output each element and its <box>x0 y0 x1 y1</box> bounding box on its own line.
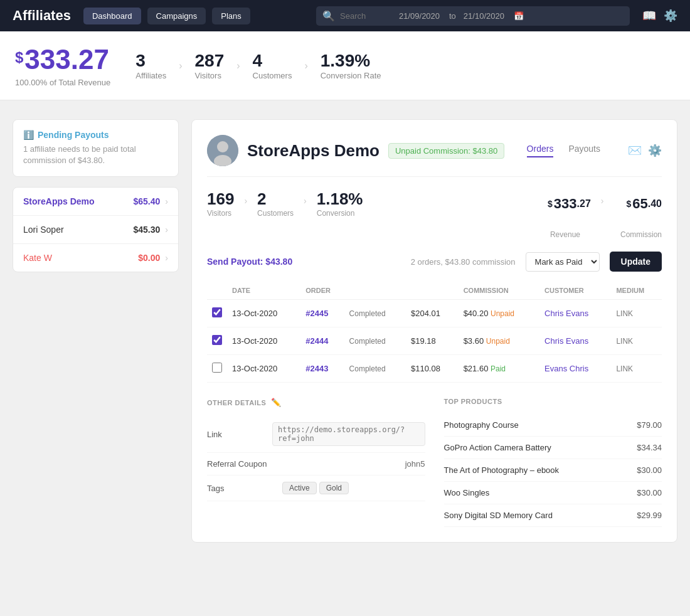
row-date-0: 13-Oct-2020 <box>227 300 300 327</box>
row-commission-1: $3.60 Unpaid <box>459 327 539 355</box>
email-icon[interactable]: ✉️ <box>628 144 642 157</box>
edit-icon[interactable]: ✏️ <box>271 398 282 407</box>
tag-gold[interactable]: Gold <box>319 482 349 494</box>
svg-point-1 <box>217 141 228 152</box>
revenue-mini-int: 333 <box>554 196 577 212</box>
date-from-input[interactable] <box>395 9 445 23</box>
row-customer-0[interactable]: Chris Evans <box>539 300 611 327</box>
tag-active[interactable]: Active <box>282 482 317 494</box>
search-input[interactable] <box>340 11 390 21</box>
visitors-value: 287 <box>195 51 225 71</box>
product-row: Woo Singles $30.00 <box>444 482 662 504</box>
search-icon: 🔍 <box>322 10 335 22</box>
row-checkbox-0[interactable] <box>207 300 227 327</box>
row-medium-0: LINK <box>611 300 662 327</box>
calendar-icon[interactable]: 📅 <box>514 11 524 21</box>
affiliate-amount-1: $45.30 <box>134 225 161 235</box>
row-status-2: Completed <box>344 355 406 383</box>
product-name-2: The Art of Photography – ebook <box>444 465 637 475</box>
bottom-section: OTHER DETAILS ✏️ Link https://demo.store… <box>207 398 662 527</box>
mini-stat-conversion: 1.18% Conversion <box>317 189 363 218</box>
row-amount-2: $110.08 <box>406 355 459 383</box>
update-button[interactable]: Update <box>610 252 662 272</box>
search-area: 🔍 to 📅 <box>316 6 630 26</box>
tab-payouts[interactable]: Payouts <box>568 144 600 157</box>
orders-info: 2 orders, $43.80 commission <box>411 257 516 267</box>
row-order-id-2[interactable]: #2443 <box>300 355 344 383</box>
chevron-right-icon-1: › <box>165 225 168 235</box>
date-to-input[interactable] <box>460 9 510 23</box>
send-payout-link[interactable]: Send Payout: $43.80 <box>207 257 292 267</box>
affiliate-name-1: Lori Soper <box>23 225 134 235</box>
product-name-0: Photography Course <box>444 420 637 430</box>
affiliate-amount-2: $0.00 <box>138 253 160 263</box>
table-row: 13-Oct-2020 #2443 Completed $110.08 $21.… <box>207 355 662 383</box>
mini-visitors-label: Visitors <box>207 209 234 218</box>
affiliate-item-0[interactable]: StoreApps Demo $65.40 › <box>13 188 178 216</box>
detail-label-link: Link <box>207 430 272 439</box>
mini-stats: 169 Visitors › 2 Customers › 1.18% Conve… <box>207 189 662 218</box>
mini-visitors-value: 169 <box>207 189 234 209</box>
mini-arrow-3: › <box>601 196 604 212</box>
table-row: 13-Oct-2020 #2445 Completed $204.01 $40.… <box>207 300 662 327</box>
conversion-value: 1.39% <box>321 51 381 71</box>
customers-label: Customers <box>253 71 292 80</box>
product-name-4: Sony Digital SD Memory Card <box>444 511 637 520</box>
metric-affiliates: 3 Affiliates <box>135 51 166 80</box>
pending-sub: 1 affiliate needs to be paid total commi… <box>23 144 168 166</box>
visitors-label: Visitors <box>195 71 225 80</box>
row-order-id-1[interactable]: #2444 <box>300 327 344 355</box>
mark-paid-select[interactable]: Mark as Paid <box>526 252 600 272</box>
row-customer-1[interactable]: Chris Evans <box>539 327 611 355</box>
affiliate-detail-name: StoreApps Demo <box>247 141 380 161</box>
row-checkbox-2[interactable] <box>207 355 227 383</box>
date-to-label: to <box>449 11 456 21</box>
metric-customers: 4 Customers <box>253 51 292 80</box>
row-amount-1: $19.18 <box>406 327 459 355</box>
affiliate-header: StoreApps Demo Unpaid Commission: $43.80… <box>207 135 662 177</box>
affiliate-amount-0: $65.40 <box>134 196 161 206</box>
revenue-sub: 100.00% of Total Revenue <box>15 78 110 87</box>
settings-gear-icon[interactable]: ⚙️ <box>648 144 662 157</box>
avatar <box>207 135 238 166</box>
row-checkbox-1[interactable] <box>207 327 227 355</box>
mini-arrow-1: › <box>244 196 247 212</box>
affiliate-item-1[interactable]: Lori Soper $45.30 › <box>13 216 178 244</box>
app-title: Affiliates <box>13 8 71 24</box>
affiliate-name-0: StoreApps Demo <box>23 196 134 206</box>
th-checkbox <box>207 282 227 300</box>
tab-orders[interactable]: Orders <box>527 144 554 157</box>
nav-dashboard[interactable]: Dashboard <box>83 8 141 24</box>
affiliate-item-2[interactable]: Kate W $0.00 › <box>13 244 178 272</box>
detail-panel: StoreApps Demo Unpaid Commission: $43.80… <box>191 119 677 543</box>
nav-campaigns[interactable]: Campaigns <box>147 8 206 24</box>
commission-mini-label: Commission <box>620 230 662 239</box>
sidebar: ℹ️ Pending Payouts 1 affiliate needs to … <box>13 119 179 543</box>
commission-mini-dec: .40 <box>648 198 662 210</box>
th-commission: COMMISSION <box>459 282 539 300</box>
pending-title: ℹ️ Pending Payouts <box>23 130 168 140</box>
revenue-block: $ 333.27 100.00% of Total Revenue <box>15 44 110 87</box>
product-name-3: Woo Singles <box>444 488 637 497</box>
row-order-id-0[interactable]: #2445 <box>300 300 344 327</box>
affiliate-name-2: Kate W <box>23 253 138 263</box>
row-status-0: Completed <box>344 300 406 327</box>
tab-icons: ✉️ ⚙️ <box>628 144 662 157</box>
detail-row-tags: Tags Active Gold <box>207 475 425 501</box>
mini-stats-labels: Revenue Commission <box>207 230 662 239</box>
product-row: GoPro Action Camera Battery $34.34 <box>444 437 662 459</box>
top-products: TOP PRODUCTS Photography Course $79.00 G… <box>444 398 662 527</box>
book-icon[interactable]: 📖 <box>642 9 656 23</box>
nav-plans[interactable]: Plans <box>212 8 250 24</box>
main-content: ℹ️ Pending Payouts 1 affiliate needs to … <box>0 100 690 561</box>
mini-stat-customers: 2 Customers <box>257 189 294 218</box>
detail-label-coupon: Referral Coupon <box>207 459 282 469</box>
arrow-2: › <box>236 60 240 72</box>
affiliates-label: Affiliates <box>135 71 166 80</box>
row-status-1: Completed <box>344 327 406 355</box>
row-commission-0: $40.20 Unpaid <box>459 300 539 327</box>
settings-icon[interactable]: ⚙️ <box>664 9 677 23</box>
arrow-3: › <box>304 60 307 72</box>
row-date-2: 13-Oct-2020 <box>227 355 300 383</box>
row-customer-2[interactable]: Evans Chris <box>539 355 611 383</box>
